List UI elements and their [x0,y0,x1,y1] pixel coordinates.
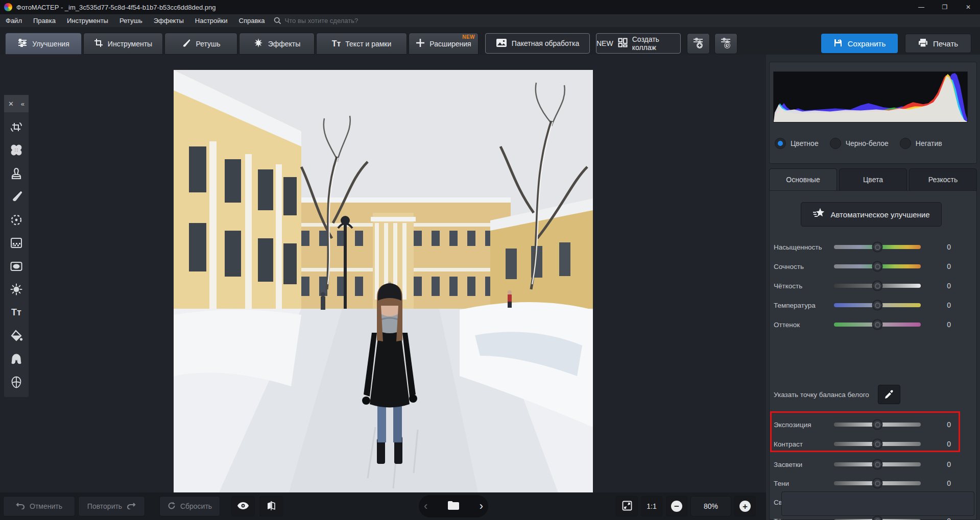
saturation-slider[interactable] [834,245,921,249]
exposure-slider[interactable] [834,423,921,427]
save-icon [833,38,843,49]
sliders-plus-icon [692,37,705,51]
vignette-tool[interactable] [8,258,25,275]
main-tab-bar: Улучшения Инструменты Ретушь Эффекты Tт … [0,27,980,55]
undo-button[interactable]: Отменить [3,496,75,516]
bottom-bar: Отменить Повторить Сбросить ‹ › 1:1 − [0,492,766,520]
fill-bucket-tool[interactable] [8,327,25,344]
minimize-button[interactable]: — [910,0,933,14]
hair-tool[interactable] [8,351,25,368]
slider-handle[interactable] [872,242,883,253]
palette-collapse-icon[interactable]: « [21,100,25,108]
tab-extensions[interactable]: NEW Расширения [409,33,479,55]
highlights-slider[interactable] [834,462,921,466]
menu-help[interactable]: Справка [233,15,271,27]
tab-text-frames[interactable]: Tт Текст и рамки [316,33,407,55]
vibrance-slider[interactable] [834,264,921,268]
menu-tools[interactable]: Инструменты [61,15,114,27]
clarity-slider[interactable] [834,284,921,288]
menu-settings[interactable]: Настройки [189,15,233,27]
zoom-level[interactable]: 80% [690,496,731,516]
print-button[interactable]: Печать [905,34,971,53]
radio-color[interactable] [775,138,786,149]
redo-button[interactable]: Повторить [78,496,145,516]
eyedropper-button[interactable] [878,385,900,404]
slider-handle[interactable] [872,300,883,311]
sparkle-icon [253,38,264,49]
magic-star-icon [812,208,825,221]
zoom-out-button[interactable]: − [666,496,687,516]
tab-enhancements[interactable]: Улучшения [5,33,82,55]
stamp-tool[interactable] [8,165,25,182]
compare-split-button[interactable] [259,496,283,516]
actual-size-button[interactable]: 1:1 [641,496,662,516]
search-input[interactable] [285,17,397,24]
slider-handle[interactable] [872,439,883,450]
brush-tool[interactable] [8,188,25,205]
preview-original-button[interactable] [231,496,255,516]
slider-row-temperature: Температура 0 [770,298,977,313]
file-navigation: ‹ › [419,495,488,517]
panel-tab-sharpness[interactable]: Резкость [909,168,977,191]
slider-row-vibrance: Сочность 0 [770,259,977,274]
panel-tab-colors[interactable]: Цвета [839,168,907,191]
menu-file[interactable]: Файл [0,15,28,27]
folder-icon[interactable] [447,501,460,512]
radio-black-white[interactable] [830,138,841,149]
plus-icon [416,38,425,49]
mode-black-white[interactable]: Черно-белое [830,138,889,149]
panel-footer [781,491,974,516]
slider-row-exposure: Экспозиция 0 [770,417,977,432]
auto-enhance-button[interactable]: Автоматическое улучшение [801,202,942,227]
slider-handle[interactable] [872,419,883,430]
reset-icon [168,502,176,511]
add-preset-button[interactable] [687,33,710,54]
tab-tools[interactable]: Инструменты [83,33,163,55]
photomaster-window: ФотоМАСТЕР - _im_3c535d77-5c8d-4f54-b1b7… [0,0,980,520]
crop-rotate-tool[interactable] [8,118,25,136]
batch-processing-button[interactable]: Пакетная обработка [485,33,590,54]
palette-close-icon[interactable]: ✕ [8,100,14,108]
title-bar: ФотоМАСТЕР - _im_3c535d77-5c8d-4f54-b1b7… [0,0,980,14]
radio-negative[interactable] [900,138,911,149]
history-presets-button[interactable] [714,33,737,54]
slider-handle[interactable] [872,478,883,489]
shadows-slider[interactable] [834,481,921,485]
eye-icon [237,502,249,511]
reset-button[interactable]: Сбросить [159,496,220,516]
save-button[interactable]: Сохранить [821,34,898,53]
slider-handle[interactable] [872,459,883,470]
adjustments-panel: Цветное Черно-белое Негатив Основные Цве… [766,55,980,520]
slider-handle[interactable] [872,319,883,330]
create-collage-button[interactable]: NEW Создать коллаж [596,33,681,54]
slider-handle[interactable] [872,516,883,520]
tint-slider[interactable] [834,323,921,327]
background-texture-tool[interactable] [8,234,25,252]
radial-filter-tool[interactable] [8,211,25,229]
text-tool[interactable]: Тт [8,304,25,321]
prev-photo-button[interactable]: ‹ [424,500,427,513]
expand-icon [622,501,632,512]
menu-bar: Файл Правка Инструменты Ретушь Эффекты Н… [0,14,980,27]
menu-effects[interactable]: Эффекты [148,15,189,27]
slider-handle[interactable] [872,261,883,272]
next-photo-button[interactable]: › [480,500,483,513]
tab-retouch[interactable]: Ретушь [164,33,237,55]
crop-icon [94,38,103,49]
face-sculpt-tool[interactable] [8,374,25,391]
zoom-in-button[interactable]: + [734,496,756,516]
slider-handle[interactable] [872,281,883,291]
menu-retouch[interactable]: Ретушь [114,15,148,27]
close-button[interactable]: ✕ [957,0,980,14]
mode-color[interactable]: Цветное [775,138,819,149]
panel-tab-basic[interactable]: Основные [769,168,837,191]
temperature-slider[interactable] [834,303,921,307]
mode-negative[interactable]: Негатив [900,138,942,149]
fit-screen-button[interactable] [616,496,638,516]
contrast-slider[interactable] [834,442,921,446]
maximize-button[interactable]: ❐ [933,0,957,14]
healing-patch-tool[interactable] [8,141,25,159]
tab-effects[interactable]: Эффекты [239,33,315,55]
sun-light-tool[interactable] [8,281,25,298]
menu-edit[interactable]: Правка [28,15,61,27]
